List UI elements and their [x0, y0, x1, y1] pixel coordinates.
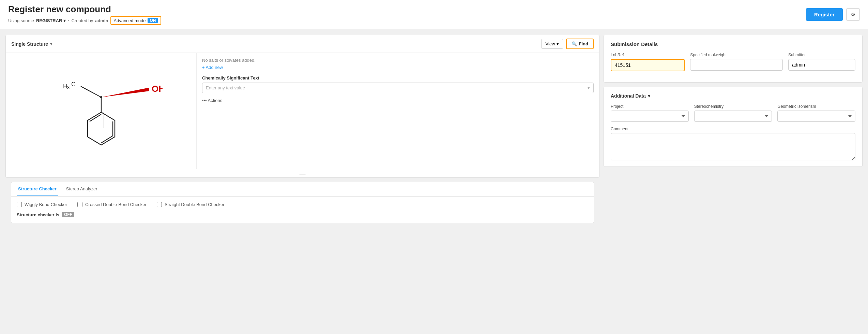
checker-status: Structure checker is OFF [17, 212, 588, 217]
checker-status-text: Structure checker is [17, 212, 59, 217]
straight-double-bond-label: Straight Double Bond Checker [165, 202, 225, 207]
dropdown-arrow-icon: ▾ [588, 85, 590, 90]
molweight-label: Specified molweight [690, 53, 783, 57]
page-title: Register new compound [8, 4, 161, 15]
straight-double-bond-checker: Straight Double Bond Checker [157, 202, 225, 207]
separator: • [68, 18, 70, 23]
comment-field-group: Comment [611, 127, 855, 160]
geometric-isomerism-field-group: Geometric isomerism [777, 104, 855, 122]
salts-panel: No salts or solvates added. + Add new Ch… [197, 53, 599, 169]
svg-marker-0 [88, 112, 115, 145]
lnbref-label: LnbRef [611, 53, 685, 57]
structure-card-header: Single Structure ▾ View ▾ 🔍 Find [6, 35, 599, 53]
subtitle: Using source REGISTRAR ▾ • Created by ad… [8, 16, 161, 25]
bottom-tabs: Structure Checker Stereo Analyzer [11, 182, 594, 197]
svg-text:3: 3 [67, 85, 70, 90]
svg-point-12 [100, 96, 102, 98]
find-button-label: Find [579, 41, 588, 46]
geometric-isomerism-select[interactable] [777, 111, 855, 122]
top-bar-left: Register new compound Using source REGIS… [8, 4, 161, 25]
comment-textarea[interactable] [611, 133, 855, 160]
structure-card: Single Structure ▾ View ▾ 🔍 Find [5, 35, 599, 178]
tab-stereo-analyzer-label: Stereo Analyzer [66, 186, 97, 191]
bottom-panel: Structure Checker Stereo Analyzer Wiggly… [11, 182, 594, 223]
wiggly-bond-checkbox[interactable] [17, 202, 22, 207]
chevron-down-additional-icon: ▾ [648, 93, 650, 99]
advanced-mode-label: Advanced mode [114, 18, 146, 23]
top-bar: Register new compound Using source REGIS… [0, 0, 868, 29]
view-button[interactable]: View ▾ [541, 39, 563, 49]
add-new-link[interactable]: + Add new [202, 65, 223, 70]
username: admin [95, 18, 108, 23]
stereochemistry-select[interactable] [694, 111, 772, 122]
submission-card: Submission Details LnbRef Specified molw… [604, 35, 863, 83]
tab-structure-checker-label: Structure Checker [18, 186, 57, 191]
chevron-down-icon-view: ▾ [557, 41, 559, 46]
main-content: Single Structure ▾ View ▾ 🔍 Find [0, 29, 868, 234]
additional-fields-row: Project Stereochemistry Geometric isomer… [611, 104, 855, 122]
chemically-significant-input[interactable]: Enter any text value ▾ [202, 83, 594, 93]
project-select[interactable] [611, 111, 689, 122]
submitter-input[interactable] [788, 59, 855, 71]
checker-state-toggle[interactable]: OFF [62, 212, 74, 217]
source-name: REGISTRAR ▾ [36, 18, 66, 23]
submitter-label: Submitter [788, 53, 855, 57]
submitter-field-group: Submitter [788, 53, 855, 71]
tab-structure-checker[interactable]: Structure Checker [17, 182, 58, 196]
no-salts-text: No salts or solvates added. [202, 58, 594, 63]
svg-line-8 [81, 86, 101, 97]
advanced-mode-badge[interactable]: Advanced mode ON [110, 16, 162, 25]
stereochemistry-label: Stereochemistry [694, 104, 772, 109]
structure-type-button[interactable]: Single Structure ▾ [11, 41, 52, 47]
project-label: Project [611, 104, 689, 109]
actions-row[interactable]: ••• Actions [202, 98, 594, 103]
bottom-content: Wiggly Bond Checker Crossed Double-Bond … [11, 197, 594, 223]
wiggly-bond-checker: Wiggly Bond Checker [17, 202, 67, 207]
submission-title: Submission Details [611, 41, 855, 47]
scroll-indicator: — [6, 170, 599, 177]
submission-fields-row: LnbRef Specified molweight Submitter [611, 53, 855, 71]
chemically-significant-label: Chemically Significant Text [202, 75, 594, 81]
structure-body: OH H 3 C No salts or solvates added. + A… [6, 53, 599, 169]
search-icon: 🔍 [572, 41, 577, 46]
top-bar-right: Register ⚙ [806, 8, 860, 21]
project-field-group: Project [611, 104, 689, 122]
created-by-label: Created by [72, 18, 93, 23]
geometric-isomerism-label: Geometric isomerism [777, 104, 855, 109]
chevron-down-icon: ▾ [50, 42, 52, 46]
additional-data-title: Additional Data ▾ [611, 93, 855, 99]
molecule-area[interactable]: OH H 3 C [6, 53, 197, 169]
comment-label: Comment [611, 127, 855, 131]
advanced-mode-toggle[interactable]: ON [148, 18, 158, 23]
molecule-svg: OH H 3 C [40, 63, 163, 159]
molweight-input[interactable] [690, 59, 783, 71]
wiggly-bond-label: Wiggly Bond Checker [25, 202, 67, 207]
view-find-group: View ▾ 🔍 Find [541, 39, 594, 49]
molweight-field-group: Specified molweight [690, 53, 783, 71]
lnbref-field-group: LnbRef [611, 53, 685, 71]
view-button-label: View [546, 41, 555, 46]
find-button[interactable]: 🔍 Find [566, 39, 594, 49]
source-name-text[interactable]: REGISTRAR ▾ [36, 18, 66, 23]
crossed-double-bond-checkbox[interactable] [77, 202, 82, 207]
checkers-row: Wiggly Bond Checker Crossed Double-Bond … [17, 202, 588, 207]
lnbref-input[interactable] [611, 59, 685, 71]
straight-double-bond-checkbox[interactable] [157, 202, 162, 207]
additional-data-title-text: Additional Data [611, 93, 646, 99]
right-panel: Submission Details LnbRef Specified molw… [604, 35, 863, 167]
svg-text:OH: OH [152, 84, 163, 94]
svg-marker-6 [101, 88, 149, 97]
crossed-double-bond-label: Crossed Double-Bond Checker [85, 202, 147, 207]
register-button[interactable]: Register [806, 8, 843, 21]
structure-type-label: Single Structure [11, 41, 48, 47]
left-panel: Single Structure ▾ View ▾ 🔍 Find [5, 35, 599, 229]
settings-button[interactable]: ⚙ [846, 8, 860, 21]
using-source-label: Using source [8, 18, 34, 23]
stereochemistry-field-group: Stereochemistry [694, 104, 772, 122]
chemically-significant-placeholder: Enter any text value [206, 85, 245, 90]
crossed-double-bond-checker: Crossed Double-Bond Checker [77, 202, 147, 207]
svg-text:C: C [71, 81, 76, 88]
additional-data-card: Additional Data ▾ Project Stereochemistr… [604, 87, 863, 167]
tab-stereo-analyzer[interactable]: Stereo Analyzer [65, 182, 99, 196]
